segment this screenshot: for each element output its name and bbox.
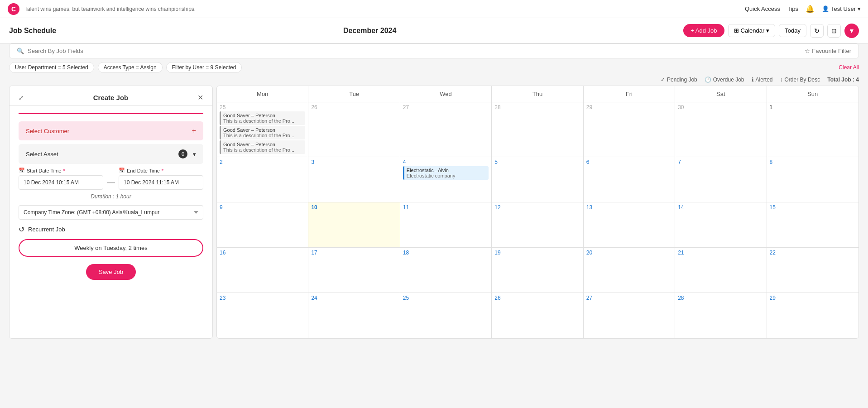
cal-date-12: 12 — [494, 204, 580, 211]
view-toggle-button[interactable]: ⊡ — [827, 24, 841, 38]
cal-cell-18dec[interactable]: 18 — [400, 248, 492, 293]
save-job-button[interactable]: Save Job — [86, 264, 136, 280]
topnav-right: Quick Access Tips 🔔 👤 Test User ▾ — [745, 5, 861, 13]
cal-cell-21dec[interactable]: 21 — [675, 248, 767, 293]
cal-date-25dec: 25 — [403, 295, 489, 301]
cal-cell-15dec[interactable]: 15 — [767, 202, 858, 248]
external-link-icon[interactable]: ⤢ — [19, 94, 24, 101]
recurrent-job-row[interactable]: ↺ Recurrent Job — [19, 225, 203, 234]
end-datetime-col: 📅 End Date Time * — [119, 168, 203, 190]
cal-cell-14dec[interactable]: 14 — [675, 202, 767, 248]
cal-cell-29nov[interactable]: 29 — [584, 102, 675, 157]
filter-tag-access[interactable]: Access Type = Assign — [98, 62, 163, 73]
timezone-select[interactable]: Company Time Zone: (GMT +08:00) Asia/Kua… — [19, 205, 203, 220]
pending-job-status[interactable]: ✓ Pending Job — [661, 77, 697, 83]
event-good-saver-1[interactable]: Good Saver – Peterson This is a descript… — [220, 111, 305, 125]
cal-cell-6dec[interactable]: 6 — [584, 157, 675, 202]
calendar-section: Mon Tue Wed Thu Fri Sat Sun 25 Good Save… — [216, 86, 859, 339]
cal-cell-26dec[interactable]: 26 — [492, 293, 583, 338]
select-asset-label: Select Asset — [26, 151, 58, 158]
cal-cell-25dec[interactable]: 25 — [400, 293, 492, 338]
cal-cell-19dec[interactable]: 19 — [492, 248, 583, 293]
select-asset-row[interactable]: Select Asset 0 ▾ — [19, 144, 203, 164]
filter-icon: ▼ — [849, 27, 855, 34]
start-datetime-input[interactable] — [19, 175, 103, 190]
cal-cell-20dec[interactable]: 20 — [584, 248, 675, 293]
calendar-grid-icon: ⊞ — [734, 27, 739, 34]
cal-cell-24dec[interactable]: 24 — [308, 293, 400, 338]
add-job-button[interactable]: + Add Job — [683, 24, 724, 37]
close-panel-button[interactable]: ✕ — [197, 93, 203, 102]
cal-cell-4dec[interactable]: 4 Electrostatic - Alvin Electrostatic co… — [400, 157, 492, 202]
cal-date-29: 29 — [586, 104, 672, 110]
cal-cell-27nov[interactable]: 27 — [400, 102, 492, 157]
select-customer-row[interactable]: Select Customer + — [19, 121, 203, 140]
cal-date-17: 17 — [311, 250, 397, 256]
cal-cell-28dec[interactable]: 28 — [675, 293, 767, 338]
cal-cell-3dec[interactable]: 3 — [308, 157, 400, 202]
cal-cell-5dec[interactable]: 5 — [492, 157, 583, 202]
search-icon: 🔍 — [17, 48, 24, 54]
quick-access-link[interactable]: Quick Access — [745, 5, 780, 12]
filter-tag-user[interactable]: Filter by User = 9 Selected — [166, 62, 242, 73]
clear-all-button[interactable]: Clear All — [839, 64, 859, 71]
main-content: ⤢ Create Job ✕ Select Customer + Select … — [9, 86, 859, 339]
cal-cell-17dec[interactable]: 17 — [308, 248, 400, 293]
refresh-button[interactable]: ↻ — [810, 24, 824, 38]
cal-cell-30nov[interactable]: 30 — [675, 102, 767, 157]
cal-cell-16dec[interactable]: 16 — [217, 248, 308, 293]
tips-link[interactable]: Tips — [787, 5, 798, 12]
cal-cell-26nov[interactable]: 26 — [308, 102, 400, 157]
alerted-status[interactable]: ℹ Alerted — [752, 77, 773, 83]
cal-date-16: 16 — [220, 250, 305, 256]
start-datetime-label: 📅 Start Date Time * — [19, 168, 103, 173]
cal-cell-29dec[interactable]: 29 — [767, 293, 858, 338]
calendar-week-5: 23 24 25 26 27 28 29 — [217, 293, 858, 338]
datetime-separator: — — [107, 178, 115, 187]
cal-date-28: 28 — [494, 104, 580, 110]
cal-date-2: 2 — [220, 159, 305, 165]
cal-header-mon: Mon — [217, 86, 308, 102]
event-electrostatic[interactable]: Electrostatic - Alvin Electrostatic comp… — [403, 166, 489, 180]
cal-cell-28nov[interactable]: 28 — [492, 102, 583, 157]
end-datetime-label: 📅 End Date Time * — [119, 168, 203, 173]
start-datetime-col: 📅 Start Date Time * — [19, 168, 103, 190]
event-good-saver-2[interactable]: Good Saver – Peterson This is a descript… — [220, 126, 305, 139]
today-button[interactable]: Today — [779, 24, 806, 37]
cal-date-9: 9 — [220, 204, 305, 211]
recurrent-summary[interactable]: Weekly on Tuesday, 2 times — [19, 239, 203, 257]
event-good-saver-3[interactable]: Good Saver – Peterson This is a descript… — [220, 140, 305, 154]
cal-cell-25nov[interactable]: 25 Good Saver – Peterson This is a descr… — [217, 102, 308, 157]
favourite-filter-button[interactable]: ☆ Favourite Filter — [805, 48, 851, 54]
cal-cell-22dec[interactable]: 22 — [767, 248, 858, 293]
end-datetime-input[interactable] — [119, 175, 203, 190]
panel-header: ⤢ Create Job ✕ — [10, 86, 212, 106]
month-title: December 2024 — [56, 27, 683, 35]
order-by-desc-status[interactable]: ↕ Order By Desc — [780, 77, 820, 83]
calendar-week-4: 16 17 18 19 20 21 22 — [217, 248, 858, 293]
cal-cell-11dec[interactable]: 11 — [400, 202, 492, 248]
cal-cell-2dec[interactable]: 2 — [217, 157, 308, 202]
search-input[interactable] — [28, 48, 801, 54]
cal-cell-13dec[interactable]: 13 — [584, 202, 675, 248]
cal-cell-27dec[interactable]: 27 — [584, 293, 675, 338]
cal-cell-23dec[interactable]: 23 — [217, 293, 308, 338]
cal-cell-9dec[interactable]: 9 — [217, 202, 308, 248]
cal-date-26dec: 26 — [494, 295, 580, 301]
notification-icon[interactable]: 🔔 — [806, 5, 815, 13]
user-menu[interactable]: 👤 Test User ▾ — [822, 5, 861, 12]
filter-button[interactable]: ▼ — [844, 24, 859, 38]
cal-cell-10dec-today[interactable]: 10 — [308, 202, 400, 248]
cal-cell-8dec[interactable]: 8 — [767, 157, 858, 202]
asset-dropdown-icon: ▾ — [193, 151, 196, 158]
cal-date-3: 3 — [311, 159, 397, 165]
overdue-job-status[interactable]: 🕐 Overdue Job — [705, 77, 744, 83]
app-logo[interactable]: C — [7, 3, 20, 15]
calendar-view-button[interactable]: ⊞ Calendar ▾ — [728, 24, 776, 37]
filter-tag-department[interactable]: User Department = 5 Selected — [9, 62, 94, 73]
calendar-week-2: 2 3 4 Electrostatic - Alvin Electrostati… — [217, 157, 858, 202]
cal-cell-1dec[interactable]: 1 — [767, 102, 858, 157]
cal-cell-7dec[interactable]: 7 — [675, 157, 767, 202]
overdue-icon: 🕐 — [705, 77, 711, 83]
cal-cell-12dec[interactable]: 12 — [492, 202, 583, 248]
